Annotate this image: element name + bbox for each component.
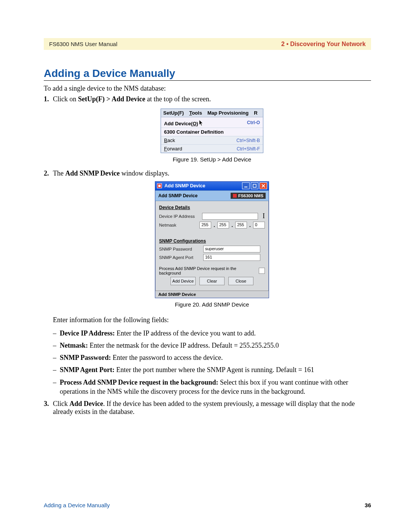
field-desc-port: SNMP Agent Port: Enter the port number w…	[53, 365, 371, 374]
page-footer: Adding a Device Manually 36	[44, 502, 371, 508]
shortcut-forward: Ctrl+Shift-F	[237, 146, 260, 152]
input-netmask-4[interactable]: 0	[253, 222, 265, 228]
label-device-ip: Device IP Address	[159, 214, 200, 219]
shortcut-back: Ctrl+Shift-B	[236, 138, 260, 143]
clear-button[interactable]: Clear	[199, 277, 225, 285]
step-1-text-pre: Click on	[53, 95, 78, 103]
close-button[interactable]	[260, 182, 267, 189]
step-3: 3. Click Add Device. If the device has b…	[44, 400, 371, 416]
step-2: 2. The Add SNMP Device window displays. …	[44, 169, 371, 396]
label-snmp-port: SNMP Agent Port	[159, 255, 201, 260]
input-netmask-2[interactable]: 255	[217, 222, 229, 228]
step-number: 2.	[44, 169, 49, 177]
step-1-text-post: at the top of the screen.	[145, 95, 211, 103]
step-3-bold: Add Device	[70, 400, 104, 407]
label-netmask: Netmask	[159, 223, 197, 227]
section-heading: Adding a Device Manually	[44, 67, 371, 81]
add-device-button[interactable]: Add Device	[170, 277, 196, 285]
brand-text: FS6300 NMS	[238, 193, 263, 198]
text-cursor-icon: I	[263, 212, 265, 220]
step-3-text-pre: Click	[53, 400, 70, 407]
menu-tools[interactable]: Tools	[189, 110, 202, 116]
footer-page-number: 36	[365, 502, 371, 508]
step-2-bold: Add SNMP Device	[65, 169, 119, 177]
label-snmp-password: SNMP Password	[159, 247, 201, 251]
input-snmp-password[interactable]: superuser	[203, 246, 260, 252]
step-2-text-pre: The	[53, 169, 65, 177]
group-snmp-config: SNMP Configurations	[159, 238, 265, 244]
figure-20-caption: Figure 20. Add SNMP Device	[53, 301, 371, 308]
menu-item-container-definition-label: 6300 Container Definition	[164, 129, 224, 135]
input-snmp-port[interactable]: 161	[203, 254, 260, 261]
figure-19-menu: SetUp(F) Tools Map Provisioning R Add De…	[161, 109, 263, 153]
maximize-button[interactable]	[251, 182, 258, 189]
field-desc-background: Process Add SNMP Device request in the b…	[53, 378, 371, 396]
subheader-title: Add SNMP Device	[158, 193, 198, 198]
field-desc-ip: Device IP Address: Enter the IP address …	[53, 329, 371, 338]
page-header: FS6300 NMS User Manual 2 • Discovering Y…	[44, 38, 371, 50]
svg-rect-3	[253, 184, 256, 187]
menu-item-forward[interactable]: Forward Ctrl+Shift-F	[161, 145, 263, 153]
menu-item-container-definition[interactable]: 6300 Container Definition	[161, 128, 263, 136]
label-bg-process: Process Add SNMP Device request in the b…	[159, 266, 256, 275]
menu-item-back[interactable]: Back Ctrl+Shift-B	[161, 136, 263, 145]
menu-dropdown: Add Device(O) Ctrl-O 6300 Container Defi…	[161, 117, 263, 153]
menu-item-add-device[interactable]: Add Device(O) Ctrl-O	[161, 117, 263, 128]
step-1-bold: SetUp(F) > Add Device	[78, 95, 145, 103]
svg-rect-4	[233, 194, 237, 198]
step-1: 1. Click on SetUp(F) > Add Device at the…	[44, 95, 371, 163]
window-subheader: Add SNMP Device FS6300 NMS	[155, 190, 269, 201]
window-statusbar: Add SNMP Device	[155, 291, 269, 298]
group-device-details: Device Details	[159, 205, 265, 211]
input-netmask-1[interactable]: 255	[199, 222, 211, 228]
menu-bar: SetUp(F) Tools Map Provisioning R	[161, 109, 263, 117]
manual-name: FS6300 NMS User Manual	[49, 41, 117, 47]
step-2-text-post: window displays.	[119, 169, 169, 177]
figure-20-window: Add SNMP Device Add SNMP Device FS6300 N…	[155, 181, 269, 298]
shortcut-ctrl-o: Ctrl-O	[247, 120, 260, 125]
svg-rect-2	[244, 187, 247, 187]
menu-map-provisioning[interactable]: Map Provisioning	[207, 110, 249, 116]
minimize-button[interactable]	[242, 182, 250, 189]
window-title: Add SNMP Device	[164, 183, 205, 189]
window-titlebar: Add SNMP Device	[155, 182, 269, 190]
app-icon	[157, 183, 162, 189]
menu-r[interactable]: R	[254, 110, 257, 116]
svg-rect-1	[158, 185, 161, 187]
brand-logo: FS6300 NMS	[231, 193, 266, 199]
footer-section: Adding a Device Manually	[44, 502, 110, 508]
menu-setup[interactable]: SetUp(F)	[163, 110, 184, 116]
input-netmask-3[interactable]: 255	[235, 222, 247, 228]
field-desc-netmask: Netmask: Enter the netmask for the devic…	[53, 341, 371, 350]
step-number: 1.	[44, 95, 49, 103]
checkbox-bg-process[interactable]	[259, 268, 265, 274]
input-device-ip[interactable]	[202, 213, 258, 220]
intro-text: To add a single device to the NMS databa…	[44, 84, 371, 93]
enter-info-text: Enter information for the following fiel…	[53, 315, 371, 324]
field-desc-password: SNMP Password: Enter the password to acc…	[53, 353, 371, 362]
figure-19-caption: Figure 19. SetUp > Add Device	[53, 156, 371, 163]
chapter-name: 2 • Discovering Your Network	[281, 41, 366, 48]
cursor-icon	[199, 120, 204, 126]
step-number: 3.	[44, 400, 49, 408]
close-dialog-button[interactable]: Close	[228, 277, 253, 285]
